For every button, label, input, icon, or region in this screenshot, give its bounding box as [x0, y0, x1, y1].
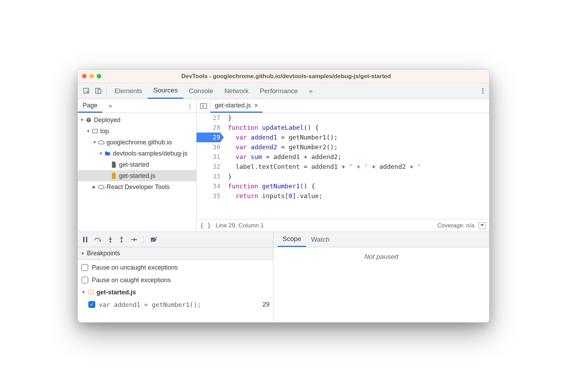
main-tabs: Elements Sources Console Network Perform… [78, 83, 489, 99]
tab-performance[interactable]: Performance [254, 83, 303, 99]
titlebar: DevTools - googlechrome.github.io/devtoo… [78, 70, 489, 83]
pretty-print-button[interactable]: { } [200, 222, 211, 229]
line-number[interactable]: 31 [197, 152, 220, 162]
checkbox-checked-icon: ✓ [88, 301, 95, 308]
code-line[interactable]: } [228, 113, 489, 123]
tree-top[interactable]: ▼ top [78, 126, 196, 137]
cube-icon [85, 117, 93, 123]
svg-point-8 [190, 107, 191, 108]
code-line[interactable]: var sum = addend1 + addend2; [228, 152, 489, 162]
tree-label: get-started [119, 161, 149, 168]
tab-network[interactable]: Network [219, 83, 255, 99]
pause-icon[interactable] [83, 237, 88, 242]
svg-point-6 [190, 104, 191, 105]
svg-point-7 [190, 105, 191, 106]
chevron-down-icon: ▼ [81, 251, 85, 256]
close-tab-icon[interactable]: ✕ [254, 102, 258, 109]
code-editor[interactable]: 272829303132333435 }function updateLabel… [197, 113, 489, 219]
breakpoints-header[interactable]: ▼ Breakpoints [78, 247, 273, 260]
tree-file-js[interactable]: get-started.js [78, 170, 196, 181]
line-number[interactable]: 29 [197, 133, 220, 142]
document-icon [110, 161, 118, 168]
step-out-icon[interactable] [119, 236, 124, 243]
chevron-down-icon: ▼ [81, 290, 86, 295]
chevron-down-icon: ▼ [80, 118, 85, 122]
cloud-icon [97, 140, 105, 145]
step-into-icon[interactable] [108, 236, 113, 243]
divider [106, 86, 107, 95]
file-tree: ▼ Deployed ▼ top ▼ googlechrome.github.i… [78, 113, 196, 232]
script-icon [110, 173, 118, 179]
line-gutter[interactable]: 272829303132333435 [197, 113, 223, 219]
devtools-window: DevTools - googlechrome.github.io/devtoo… [78, 69, 489, 323]
debugger-right: Scope Watch Not paused [273, 232, 489, 322]
line-number[interactable]: 34 [197, 181, 220, 191]
tree-react-ext[interactable]: ▶ React Developer Tools [78, 181, 196, 193]
line-number[interactable]: 30 [197, 142, 220, 152]
line-number[interactable]: 28 [197, 123, 220, 133]
svg-point-16 [135, 239, 137, 240]
navigator-kebab-icon[interactable] [184, 99, 196, 113]
not-paused-message: Not paused [273, 247, 489, 322]
breakpoint-entry[interactable]: ✓ var addend1 = getNumber1(); 29 [81, 298, 270, 311]
tab-watch[interactable]: Watch [306, 232, 334, 247]
svg-rect-10 [200, 104, 207, 108]
chevron-right-icon: ▶ [93, 184, 97, 189]
file-tabs: get-started.js ✕ [197, 99, 489, 113]
debugger-panel: ▼ Breakpoints Pause on uncaught exceptio… [78, 232, 489, 322]
code-line[interactable]: return inputs[0].value; [228, 191, 489, 201]
maximize-window-button[interactable] [97, 74, 101, 78]
inspect-element-icon[interactable] [81, 83, 93, 99]
line-number[interactable]: 27 [197, 113, 220, 123]
line-number[interactable]: 32 [197, 162, 220, 172]
tab-scope[interactable]: Scope [278, 232, 306, 247]
debugger-left: ▼ Breakpoints Pause on uncaught exceptio… [78, 232, 273, 322]
tab-console[interactable]: Console [183, 83, 219, 99]
svg-point-3 [482, 88, 484, 90]
chevron-down-icon: ▼ [86, 129, 91, 134]
code-line[interactable]: function getNumber1() { [228, 181, 489, 191]
tree-label: get-started.js [119, 172, 155, 180]
step-over-icon[interactable] [94, 237, 102, 242]
deactivate-breakpoints-icon[interactable] [150, 236, 158, 243]
tree-origin[interactable]: ▼ googlechrome.github.io [78, 137, 196, 148]
checkbox-label: Pause on caught exceptions [92, 277, 171, 284]
code-line[interactable]: label.textContent = addend1 + ' + ' + ad… [228, 162, 489, 172]
kebab-menu-icon[interactable] [477, 88, 489, 94]
tab-more[interactable]: » [303, 83, 318, 99]
file-tab-label: get-started.js [215, 102, 251, 109]
svg-point-13 [100, 240, 101, 242]
minimize-window-button[interactable] [89, 74, 94, 78]
cloud-icon [97, 184, 105, 189]
svg-rect-2 [98, 89, 101, 93]
navigate-back-icon[interactable] [197, 99, 211, 113]
script-badge-icon: ‹› [88, 290, 94, 295]
tree-label: Deployed [94, 116, 120, 124]
breakpoint-file-group[interactable]: ▼ ‹› get-started.js [81, 286, 270, 298]
file-tab-active[interactable]: get-started.js ✕ [211, 99, 263, 113]
line-number[interactable]: 33 [197, 172, 220, 181]
code-line[interactable]: var addend2 = getNumber2(); [228, 142, 489, 152]
code-area[interactable]: }function updateLabel() { var addend1 = … [223, 113, 489, 219]
tree-file-html[interactable]: get-started [78, 159, 196, 170]
line-number[interactable]: 35 [197, 191, 220, 201]
navigator-tab-page[interactable]: Page [78, 99, 102, 113]
debugger-toolbar [78, 232, 273, 247]
code-line[interactable]: } [228, 172, 489, 181]
dropdown-icon[interactable] [479, 222, 486, 229]
device-toolbar-icon[interactable] [93, 83, 104, 99]
tab-elements[interactable]: Elements [109, 83, 148, 99]
step-icon[interactable] [130, 237, 137, 242]
navigator-tab-more[interactable]: » [104, 99, 117, 113]
code-line[interactable]: function updateLabel() { [228, 123, 489, 133]
close-window-button[interactable] [82, 74, 87, 78]
code-line[interactable]: var addend1 = getNumber1(); [228, 133, 489, 142]
chevron-down-icon: ▼ [93, 140, 97, 145]
tab-sources[interactable]: Sources [148, 83, 183, 99]
settings-icon[interactable] [463, 88, 477, 95]
pause-caught-checkbox[interactable]: Pause on caught exceptions [81, 274, 270, 286]
tree-folder[interactable]: ▼ devtools-samples/debug-js [78, 148, 196, 159]
checkbox-icon [81, 277, 88, 284]
pause-uncaught-checkbox[interactable]: Pause on uncaught exceptions [81, 261, 270, 274]
tree-deployed[interactable]: ▼ Deployed [78, 114, 196, 126]
